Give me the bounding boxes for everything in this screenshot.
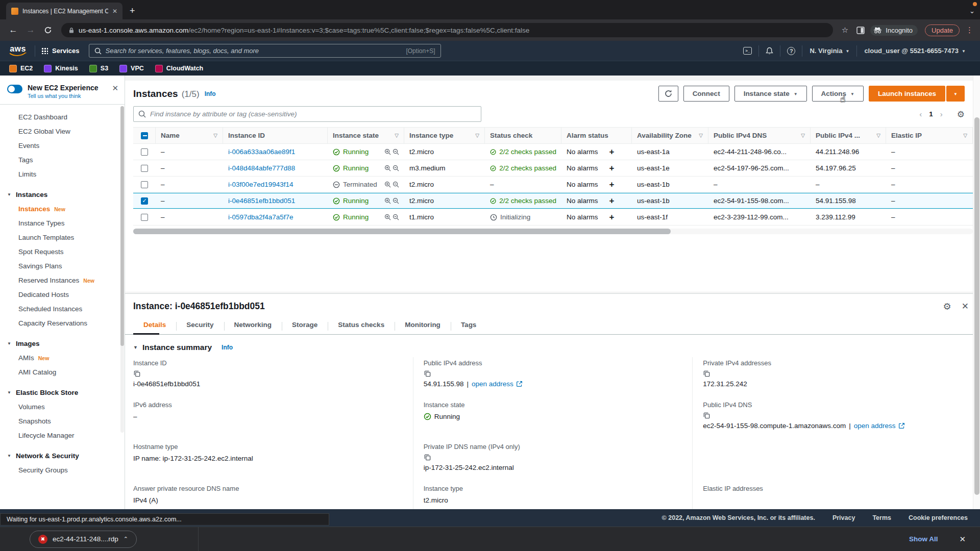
instance-filter[interactable]: [133, 106, 481, 122]
zoom-out-icon[interactable]: [393, 148, 399, 155]
zoom-in-icon[interactable]: [384, 181, 391, 188]
row-checkbox[interactable]: [141, 214, 148, 221]
table-row[interactable]: – i-006a633aa06ae89f1 Running t2.micro 2…: [133, 144, 973, 160]
instance-id-link[interactable]: i-03f00e7ed19943f14: [228, 181, 293, 188]
global-search-input[interactable]: [106, 47, 402, 55]
table-row[interactable]: – i-0597dba2f4a7a5f7e Running t1.micro I…: [133, 209, 973, 226]
back-button[interactable]: ←: [6, 23, 20, 37]
side-panel-icon[interactable]: [856, 27, 865, 34]
page-number[interactable]: 1: [929, 110, 933, 118]
copy-icon[interactable]: [133, 370, 141, 378]
col-alarm-status[interactable]: Alarm status: [561, 128, 632, 143]
table-row-selected[interactable]: – i-0e46851efb1bbd051 Running t2.micro 2…: [133, 193, 973, 209]
sidebar-item-savings-plans[interactable]: Savings Plans: [0, 259, 125, 273]
tab-close-icon[interactable]: ✕: [112, 8, 117, 15]
copy-icon[interactable]: [703, 412, 710, 419]
sidebar-item-scheduled-instances[interactable]: Scheduled Instances: [0, 302, 125, 316]
col-public-ipv4-dns[interactable]: Public IPv4 DNS▽: [708, 128, 811, 143]
col-instance-type[interactable]: Instance type▽: [404, 128, 485, 143]
instance-id-link[interactable]: i-048d484abfe777d88: [228, 164, 295, 172]
zoom-out-icon[interactable]: [393, 165, 399, 171]
sidebar-section-images[interactable]: ▼ Images: [0, 336, 125, 350]
select-all-checkbox[interactable]: [141, 132, 148, 139]
url-bar[interactable]: us-east-1.console.aws.amazon.com/ec2/hom…: [61, 23, 833, 37]
instance-summary-header[interactable]: ▼ Instance summary Info: [125, 335, 980, 357]
add-alarm-button[interactable]: +: [609, 212, 615, 222]
tab-details[interactable]: Details: [133, 321, 176, 334]
launch-instances-button[interactable]: Launch instances: [869, 86, 945, 102]
sidebar-item-ec2-global-view[interactable]: EC2 Global View: [0, 124, 125, 138]
tab-security[interactable]: Security: [176, 321, 224, 334]
browser-menu-icon[interactable]: ⋮: [966, 26, 974, 35]
sidebar-item-events[interactable]: Events: [0, 138, 125, 153]
col-availability-zone[interactable]: Availability Zone▽: [632, 128, 708, 143]
zoom-out-icon[interactable]: [393, 197, 399, 204]
download-item[interactable]: ✖ ec2-44-211-248....rdp ⌃: [30, 531, 137, 548]
favorite-ec2[interactable]: EC2: [9, 65, 33, 72]
instance-id-link[interactable]: i-0e46851efb1bbd051: [228, 197, 295, 205]
experience-subtitle[interactable]: Tell us what you think: [28, 93, 99, 99]
sidebar-item-launch-templates[interactable]: Launch Templates: [0, 230, 125, 244]
zoom-in-icon[interactable]: [384, 165, 391, 171]
sidebar-item-ec2-dashboard[interactable]: EC2 Dashboard: [0, 110, 125, 124]
window-chevron-icon[interactable]: ⌄: [969, 7, 975, 15]
sidebar-item-reserved-instances[interactable]: Reserved InstancesNew: [0, 273, 125, 287]
panel-settings-gear-icon[interactable]: ⚙: [943, 301, 951, 312]
col-public-ipv4[interactable]: Public IPv4 ...▽: [811, 128, 886, 143]
new-tab-button[interactable]: +: [130, 6, 135, 16]
sidebar-item-ami-catalog[interactable]: AMI Catalog: [0, 365, 125, 379]
sidebar-item-dedicated-hosts[interactable]: Dedicated Hosts: [0, 287, 125, 302]
sidebar-item-lifecycle-manager[interactable]: Lifecycle Manager: [0, 428, 125, 442]
next-page-icon[interactable]: ›: [940, 110, 943, 118]
filter-icon[interactable]: ▽: [213, 133, 217, 138]
sidebar-section-instances[interactable]: ▼ Instances: [0, 187, 125, 202]
filter-icon[interactable]: ▽: [395, 133, 399, 138]
add-alarm-button[interactable]: +: [609, 180, 615, 190]
update-button[interactable]: Update: [925, 24, 960, 36]
sidebar-item-amis[interactable]: AMIsNew: [0, 350, 125, 365]
tab-tags[interactable]: Tags: [451, 321, 487, 334]
zoom-in-icon[interactable]: [384, 197, 391, 204]
open-address-link[interactable]: open address: [472, 380, 523, 388]
chevron-up-icon[interactable]: ⌃: [124, 536, 128, 542]
notifications-bell-icon[interactable]: [766, 47, 773, 55]
experience-toggle[interactable]: [7, 85, 22, 93]
filter-icon[interactable]: ▽: [876, 133, 880, 138]
account-menu[interactable]: cloud_user @ 5521-6655-7473 ▼: [864, 47, 966, 55]
zoom-in-icon[interactable]: [384, 148, 391, 155]
sidebar-item-instance-types[interactable]: Instance Types: [0, 216, 125, 230]
instance-filter-input[interactable]: [150, 110, 476, 118]
cloudshell-icon[interactable]: >_: [743, 47, 752, 55]
table-row[interactable]: – i-048d484abfe777d88 Running m3.medium …: [133, 160, 973, 177]
close-icon[interactable]: ✕: [112, 84, 118, 93]
global-search[interactable]: [Option+S]: [89, 44, 441, 58]
reload-button[interactable]: [41, 23, 55, 37]
favorite-s3[interactable]: S3: [89, 65, 108, 72]
zoom-out-icon[interactable]: [393, 214, 399, 220]
connect-button[interactable]: Connect: [683, 86, 729, 102]
sidebar-section-network-security[interactable]: ▼ Network & Security: [0, 448, 125, 463]
col-status-check[interactable]: Status check: [485, 128, 561, 143]
sidebar-item-volumes[interactable]: Volumes: [0, 399, 125, 414]
browser-tab[interactable]: Instances | EC2 Management C ✕: [6, 3, 122, 19]
row-checkbox[interactable]: [141, 181, 148, 188]
open-address-link[interactable]: open address: [854, 422, 905, 430]
refresh-button[interactable]: [658, 86, 678, 102]
tab-networking[interactable]: Networking: [224, 321, 282, 334]
row-checkbox[interactable]: [141, 148, 148, 156]
col-name[interactable]: Name▽: [156, 128, 223, 143]
prev-page-icon[interactable]: ‹: [919, 110, 922, 118]
zoom-in-icon[interactable]: [384, 214, 391, 220]
copy-icon[interactable]: [424, 370, 431, 378]
region-selector[interactable]: N. Virginia ▼: [810, 47, 849, 55]
add-alarm-button[interactable]: +: [609, 163, 615, 173]
aws-logo[interactable]: aws: [7, 45, 29, 57]
tab-monitoring[interactable]: Monitoring: [395, 321, 451, 334]
sidebar-section-ebs[interactable]: ▼ Elastic Block Store: [0, 385, 125, 399]
terms-link[interactable]: Terms: [872, 514, 891, 521]
panel-close-icon[interactable]: ✕: [962, 301, 969, 312]
filter-icon[interactable]: ▽: [699, 133, 703, 138]
launch-instances-dropdown[interactable]: ▼: [946, 86, 965, 102]
favorite-kinesis[interactable]: Kinesis: [44, 65, 78, 72]
col-elastic-ip[interactable]: Elastic IP▽: [886, 128, 973, 143]
